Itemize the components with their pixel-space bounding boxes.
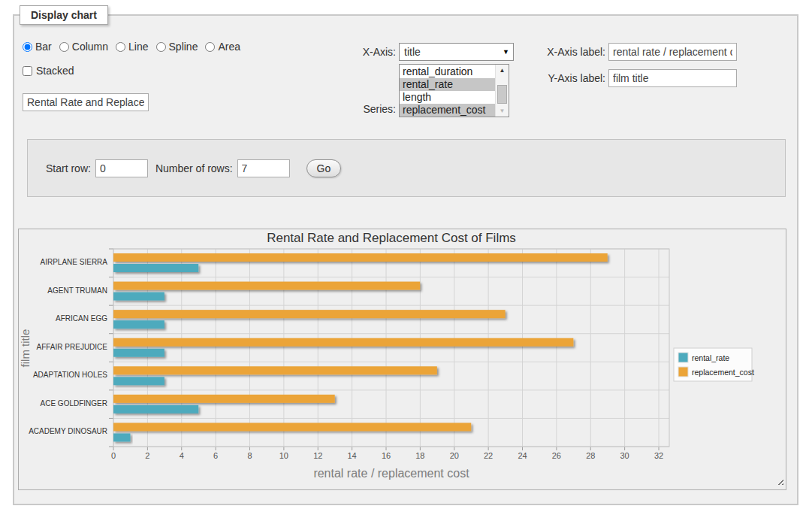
svg-text:30: 30 bbox=[620, 451, 629, 460]
svg-text:ACADEMY DINOSAUR: ACADEMY DINOSAUR bbox=[29, 427, 107, 435]
svg-text:film title: film title bbox=[19, 329, 32, 368]
svg-text:22: 22 bbox=[484, 451, 493, 460]
scroll-up-icon[interactable]: ▲ bbox=[496, 65, 509, 76]
svg-text:20: 20 bbox=[450, 451, 459, 460]
chart-type-radio-group: BarColumnLineSplineArea bbox=[23, 41, 248, 53]
svg-text:12: 12 bbox=[313, 451, 322, 460]
svg-text:10: 10 bbox=[279, 451, 288, 460]
start-row-label: Start row: bbox=[46, 162, 91, 174]
radio-column[interactable] bbox=[59, 42, 69, 52]
x-axis-row: X-Axis: title ▼ bbox=[353, 43, 514, 61]
series-option-replacement_cost[interactable]: replacement_cost bbox=[400, 104, 496, 117]
chart-type-option-column[interactable]: Column bbox=[59, 41, 108, 53]
radio-spline[interactable] bbox=[156, 42, 166, 52]
svg-text:4: 4 bbox=[180, 451, 184, 460]
x-axis-label-caption: X-Axis label: bbox=[543, 46, 605, 58]
radio-line[interactable] bbox=[116, 42, 125, 52]
svg-text:ADAPTATION HOLES: ADAPTATION HOLES bbox=[33, 371, 107, 379]
chart-legend: rental_ratereplacement_cost bbox=[674, 348, 754, 381]
series-options: rental_durationrental_ratelengthreplacem… bbox=[400, 65, 496, 117]
x-axis-label-row: X-Axis label: bbox=[543, 43, 737, 61]
chevron-down-icon: ▼ bbox=[503, 48, 509, 56]
radio-label: Line bbox=[128, 41, 148, 53]
go-button[interactable]: Go bbox=[306, 159, 342, 177]
listbox-scrollbar[interactable]: ▲ ▼ bbox=[495, 65, 509, 117]
svg-text:32: 32 bbox=[654, 451, 663, 460]
y-axis-label-caption: Y-Axis label: bbox=[543, 72, 605, 84]
bar-chart: 02468101214161820222426283032AIRPLANE SI… bbox=[19, 229, 786, 489]
y-axis-label-input[interactable] bbox=[608, 69, 737, 87]
chart-type-option-area[interactable]: Area bbox=[205, 41, 240, 53]
chart-title-input[interactable] bbox=[23, 93, 149, 111]
series-row: Series: rental_durationrental_ratelength… bbox=[353, 64, 509, 117]
svg-text:2: 2 bbox=[145, 451, 149, 460]
svg-text:AFRICAN EGG: AFRICAN EGG bbox=[56, 314, 107, 323]
svg-text:0: 0 bbox=[111, 451, 116, 460]
chart-type-option-line[interactable]: Line bbox=[116, 41, 148, 53]
radio-area[interactable] bbox=[205, 42, 215, 52]
chart-panel: 02468101214161820222426283032AIRPLANE SI… bbox=[18, 229, 786, 490]
chart-type-option-bar[interactable]: Bar bbox=[23, 41, 52, 53]
stacked-option[interactable]: Stacked bbox=[23, 65, 74, 77]
svg-text:18: 18 bbox=[415, 451, 424, 460]
x-axis-select[interactable]: title ▼ bbox=[399, 43, 514, 61]
stacked-checkbox[interactable] bbox=[23, 66, 32, 76]
radio-label: Spline bbox=[169, 41, 198, 53]
svg-text:Rental Rate and Replacement Co: Rental Rate and Replacement Cost of Film… bbox=[267, 231, 516, 245]
scroll-down-icon[interactable]: ▼ bbox=[496, 105, 509, 117]
svg-text:rental rate / replacement cost: rental rate / replacement cost bbox=[313, 467, 469, 480]
stacked-label: Stacked bbox=[36, 65, 74, 77]
y-axis-label-row: Y-Axis label: bbox=[543, 69, 737, 87]
x-axis-label-text: X-Axis: bbox=[353, 46, 396, 58]
svg-text:AFFAIR PREJUDICE: AFFAIR PREJUDICE bbox=[37, 343, 108, 351]
radio-label: Column bbox=[72, 41, 108, 53]
series-listbox[interactable]: rental_durationrental_ratelengthreplacem… bbox=[399, 64, 509, 117]
svg-text:AIRPLANE SIERRA: AIRPLANE SIERRA bbox=[41, 258, 108, 266]
series-option-rental_rate[interactable]: rental_rate bbox=[400, 78, 496, 91]
svg-text:ACE GOLDFINGER: ACE GOLDFINGER bbox=[41, 399, 107, 407]
scrollbar-thumb[interactable] bbox=[497, 85, 507, 104]
series-option-rental_duration[interactable]: rental_duration bbox=[400, 65, 496, 78]
radio-label: Bar bbox=[35, 41, 52, 53]
series-option-length[interactable]: length bbox=[400, 91, 496, 104]
display-chart-panel: Display chart BarColumnLineSplineArea St… bbox=[13, 14, 798, 505]
svg-text:8: 8 bbox=[247, 451, 252, 460]
panel-title-tab: Display chart bbox=[20, 5, 108, 25]
svg-text:replacement_cost: replacement_cost bbox=[692, 368, 754, 377]
svg-text:26: 26 bbox=[552, 451, 561, 460]
rows-panel: Start row: Number of rows: Go bbox=[27, 139, 786, 197]
svg-text:6: 6 bbox=[213, 451, 218, 460]
x-axis-label-input[interactable] bbox=[608, 43, 737, 61]
radio-bar[interactable] bbox=[23, 42, 32, 52]
radio-label: Area bbox=[218, 41, 240, 53]
number-of-rows-input[interactable] bbox=[237, 159, 290, 177]
number-of-rows-label: Number of rows: bbox=[155, 162, 233, 174]
svg-text:rental_rate: rental_rate bbox=[692, 353, 729, 362]
start-row-input[interactable] bbox=[95, 159, 148, 177]
svg-text:24: 24 bbox=[518, 451, 527, 460]
svg-text:28: 28 bbox=[586, 451, 595, 460]
svg-text:AGENT TRUMAN: AGENT TRUMAN bbox=[47, 286, 107, 295]
chart-type-option-spline[interactable]: Spline bbox=[156, 41, 198, 53]
panel-title: Display chart bbox=[31, 9, 97, 21]
svg-text:14: 14 bbox=[348, 451, 357, 460]
series-label-text: Series: bbox=[353, 103, 396, 115]
x-axis-selected-value: title bbox=[404, 46, 421, 58]
svg-text:16: 16 bbox=[382, 451, 391, 460]
